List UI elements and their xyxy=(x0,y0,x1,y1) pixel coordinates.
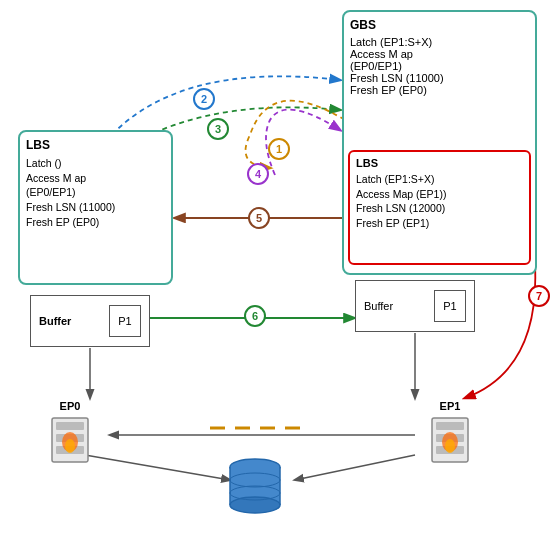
lbs-inner-line3: Fresh LSN (12000) xyxy=(356,201,523,216)
buffer-left-box: Buffer P1 xyxy=(30,295,150,347)
gbs-line3: (EP0/EP1) xyxy=(350,60,529,72)
buffer-left-p1: P1 xyxy=(109,305,141,337)
lbs-inner-title: LBS xyxy=(356,157,523,169)
lbs-left-title: LBS xyxy=(26,138,165,152)
lbs-left-line5: Fresh EP (EP0) xyxy=(26,215,165,230)
svg-point-15 xyxy=(445,439,455,453)
gbs-line1: Latch (EP1:S+X) xyxy=(350,36,529,48)
step-6-circle: 6 xyxy=(244,305,266,327)
lbs-inner-line1: Latch (EP1:S+X) xyxy=(356,172,523,187)
gbs-right-content: Latch (EP1:S+X) Access M ap (EP0/EP1) Fr… xyxy=(350,36,529,96)
lbs-left-box: LBS Latch () Access M ap (EP0/EP1) Fresh… xyxy=(18,130,173,285)
lbs-left-line2: Access M ap xyxy=(26,171,165,186)
lbs-inner-red-box: LBS Latch (EP1:S+X) Access Map (EP1)) Fr… xyxy=(348,150,531,265)
gbs-right-title: GBS xyxy=(350,18,529,32)
step-7-circle: 7 xyxy=(528,285,550,307)
buffer-right-box: Buffer P1 xyxy=(355,280,475,332)
svg-point-9 xyxy=(65,439,75,453)
svg-rect-11 xyxy=(436,422,464,430)
buffer-right-p1: P1 xyxy=(434,290,466,322)
lbs-inner-line4: Fresh EP (EP1) xyxy=(356,216,523,231)
gbs-line5: Fresh EP (EP0) xyxy=(350,84,529,96)
ep0-server: EP0 xyxy=(35,400,105,468)
lbs-inner-content: Latch (EP1:S+X) Access Map (EP1)) Fresh … xyxy=(356,172,523,231)
ep1-label: EP1 xyxy=(415,400,485,412)
step-3-circle: 3 xyxy=(207,118,229,140)
lbs-left-content: Latch () Access M ap (EP0/EP1) Fresh LSN… xyxy=(26,156,165,229)
step-5-circle: 5 xyxy=(248,207,270,229)
database-icon xyxy=(225,455,285,525)
database xyxy=(225,455,285,527)
lbs-left-line3: (EP0/EP1) xyxy=(26,185,165,200)
buffer-left-title: Buffer xyxy=(39,315,71,327)
svg-rect-5 xyxy=(56,422,84,430)
svg-point-18 xyxy=(230,497,280,513)
gbs-line4: Fresh LSN (11000) xyxy=(350,72,529,84)
diagram-container: LBS Latch () Access M ap (EP0/EP1) Fresh… xyxy=(0,0,558,547)
lbs-left-line4: Fresh LSN (11000) xyxy=(26,200,165,215)
ep0-server-icon xyxy=(44,414,96,466)
gbs-line2: Access M ap xyxy=(350,48,529,60)
ep1-server-icon xyxy=(424,414,476,466)
lbs-left-line1: Latch () xyxy=(26,156,165,171)
step-1-circle: 1 xyxy=(268,138,290,160)
ep0-label: EP0 xyxy=(35,400,105,412)
ep1-server: EP1 xyxy=(415,400,485,468)
buffer-right-title: Buffer xyxy=(364,300,393,312)
lbs-inner-line2: Access Map (EP1)) xyxy=(356,187,523,202)
step-2-circle: 2 xyxy=(193,88,215,110)
step-4-circle: 4 xyxy=(247,163,269,185)
